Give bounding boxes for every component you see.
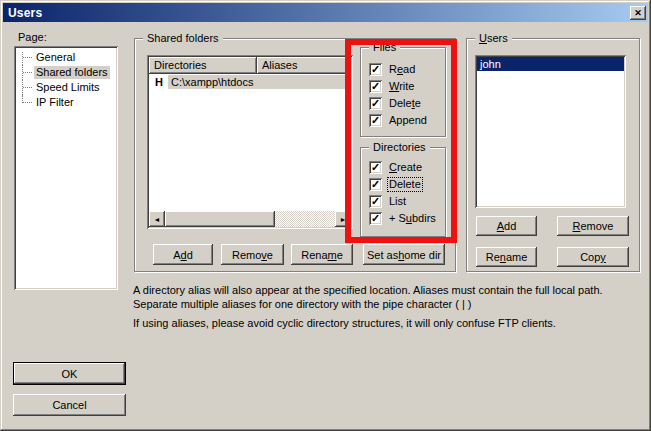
users-copy-button[interactable]: Copy <box>557 247 629 267</box>
users-add-button[interactable]: Add <box>476 216 537 236</box>
checkbox-box: ✓ <box>369 212 382 225</box>
tree-item-shared-folders[interactable]: Shared folders <box>18 65 118 80</box>
page-tree: General Shared folders Speed Limits IP F… <box>14 46 118 290</box>
close-icon: ✕ <box>634 8 642 18</box>
close-button[interactable]: ✕ <box>630 6 646 20</box>
user-list-item-john[interactable]: john <box>477 57 624 71</box>
users-group: Users john Add Remove Rename Copy <box>466 38 640 272</box>
checkbox-box: ✓ <box>369 63 382 76</box>
scroll-left-button[interactable]: ◄ <box>149 211 165 227</box>
alias-note-text: A directory alias will also appear at th… <box>133 283 635 311</box>
check-icon: ✓ <box>371 196 380 207</box>
checkbox-files-read[interactable]: ✓ Read <box>369 63 416 76</box>
users-list: john <box>475 55 626 208</box>
checkbox-dirs-subdirs[interactable]: ✓ + Subdirs <box>369 212 437 225</box>
shared-remove-button[interactable]: Remove <box>221 244 284 265</box>
check-icon: ✓ <box>371 98 380 109</box>
checkbox-box: ✓ <box>369 161 382 174</box>
page-label: Page: <box>18 31 47 43</box>
scroll-right-button[interactable]: ► <box>335 211 351 227</box>
horizontal-scrollbar[interactable]: ◄ ► <box>149 211 351 227</box>
users-dialog: Users ✕ Page: General Shared folders Spe… <box>0 0 651 431</box>
tree-branch-icon <box>18 50 34 65</box>
column-header-directories[interactable]: Directories <box>149 57 257 74</box>
check-icon: ✓ <box>371 115 380 126</box>
checkbox-dirs-delete[interactable]: ✓ Delete <box>369 178 422 191</box>
checkbox-box: ✓ <box>369 80 382 93</box>
directories-listview: Directories Aliases H C:\xampp\htdocs ◄ … <box>147 55 353 229</box>
check-icon: ✓ <box>371 64 380 75</box>
checkbox-dirs-list[interactable]: ✓ List <box>369 195 407 208</box>
check-icon: ✓ <box>371 213 380 224</box>
ok-button[interactable]: OK <box>13 362 126 385</box>
scroll-right-icon: ► <box>340 216 347 223</box>
checkbox-dirs-create[interactable]: ✓ Create <box>369 161 423 174</box>
home-directory-flag: H <box>149 76 168 88</box>
checkbox-files-append[interactable]: ✓ Append <box>369 114 428 127</box>
users-remove-button[interactable]: Remove <box>557 216 629 236</box>
tree-item-ip-filter[interactable]: IP Filter <box>18 95 118 110</box>
tree-item-general[interactable]: General <box>18 50 118 65</box>
checkbox-box: ✓ <box>369 195 382 208</box>
users-group-label: Users <box>475 32 512 44</box>
tree-branch-icon <box>18 80 34 95</box>
checkbox-box: ✓ <box>369 97 382 110</box>
listview-header: Directories Aliases <box>149 57 351 74</box>
tree-branch-icon <box>18 95 34 110</box>
check-icon: ✓ <box>371 162 380 173</box>
tree-branch-icon <box>18 65 34 80</box>
scroll-left-icon: ◄ <box>154 216 161 223</box>
directories-permissions-group: Directories ✓ Create ✓ Delete ✓ List ✓ +… <box>360 147 446 237</box>
window-title: Users <box>8 6 42 20</box>
shared-rename-button[interactable]: Rename <box>291 244 353 265</box>
shared-folders-group-label: Shared folders <box>143 32 223 44</box>
checkbox-box: ✓ <box>369 178 382 191</box>
tree-item-speed-limits[interactable]: Speed Limits <box>18 80 118 95</box>
files-group-label: Files <box>369 41 400 53</box>
check-icon: ✓ <box>371 179 380 190</box>
users-rename-button[interactable]: Rename <box>476 247 537 267</box>
checkbox-files-write[interactable]: ✓ Write <box>369 80 415 93</box>
directories-group-label: Directories <box>369 141 430 153</box>
column-header-aliases[interactable]: Aliases <box>257 57 351 74</box>
titlebar: Users ✕ <box>3 3 648 22</box>
cancel-button[interactable]: Cancel <box>13 394 126 416</box>
scrollbar-thumb[interactable] <box>165 211 275 227</box>
directory-row[interactable]: H C:\xampp\htdocs <box>149 74 351 90</box>
files-permissions-group: Files ✓ Read ✓ Write ✓ Delete ✓ Append <box>360 47 446 137</box>
cyclic-note-text: If using aliases, please avoid cyclic di… <box>133 316 651 330</box>
set-as-home-dir-button[interactable]: Set as home dir <box>363 244 445 265</box>
shared-add-button[interactable]: Add <box>153 244 213 265</box>
checkbox-box: ✓ <box>369 114 382 127</box>
checkbox-files-delete[interactable]: ✓ Delete <box>369 97 422 110</box>
directory-path: C:\xampp\htdocs <box>168 75 351 89</box>
check-icon: ✓ <box>371 81 380 92</box>
